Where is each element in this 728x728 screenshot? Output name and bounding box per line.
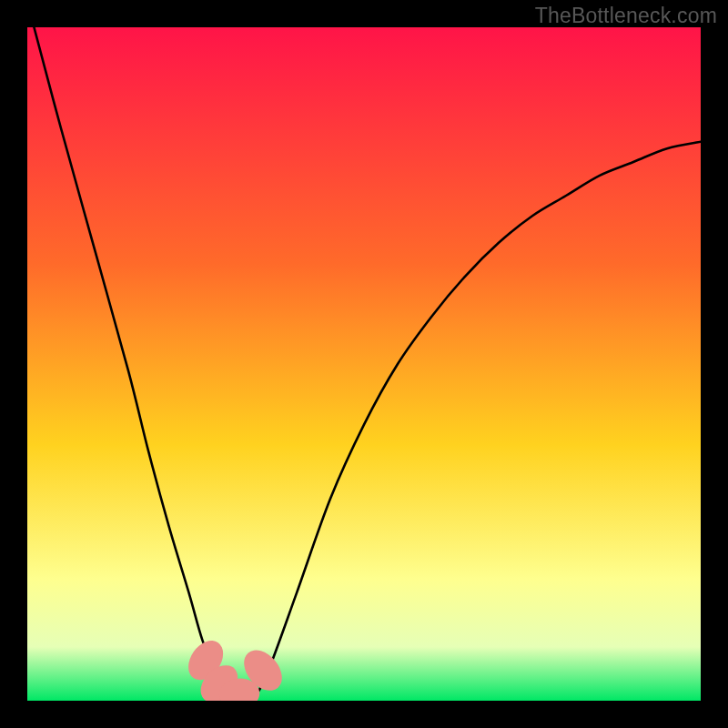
gradient-bg <box>27 27 701 701</box>
chart-frame <box>27 27 701 701</box>
watermark-text: TheBottleneck.com <box>535 4 717 28</box>
bottleneck-chart <box>27 27 701 701</box>
